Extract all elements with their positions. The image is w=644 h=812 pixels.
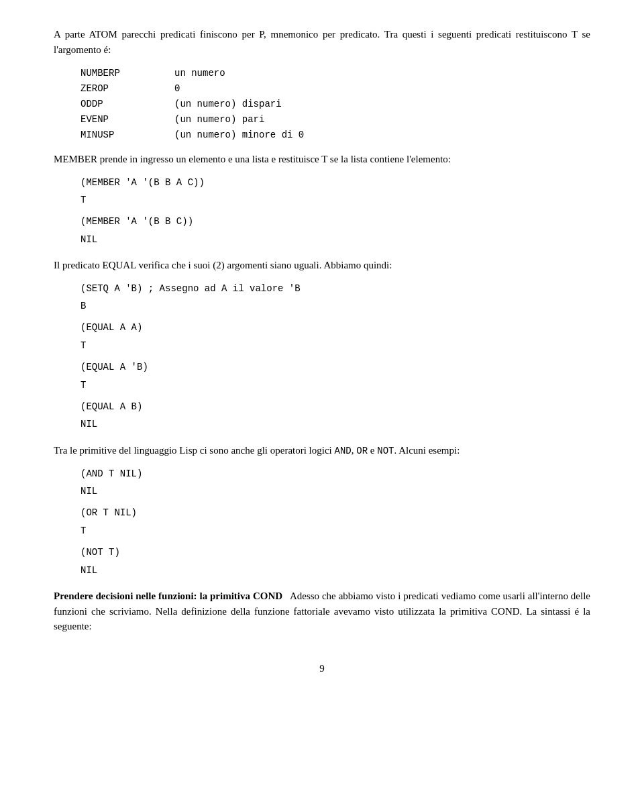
def-key-numberp: NUMBERP	[80, 66, 161, 81]
equal-result-2: T	[80, 378, 590, 393]
or-result: T	[80, 523, 590, 538]
intro-sentence: A parte ATOM parecchi predicati finiscon…	[54, 29, 380, 40]
cond-heading: Prendere decisioni nelle funzioni: la pr…	[54, 591, 282, 601]
logical-intro: Tra le primitive del linguaggio Lisp ci …	[54, 443, 590, 458]
equal-result-3: NIL	[80, 417, 590, 432]
logical-section: (AND T NIL) NIL (OR T NIL) T (NOT T) NIL	[54, 466, 590, 578]
equal-result-1: T	[80, 338, 590, 353]
equal-code-1: (EQUAL A A)	[80, 320, 590, 335]
member-code-2: (MEMBER 'A '(B B C))	[80, 214, 590, 229]
def-val-oddp: (un numero) dispari	[174, 97, 590, 111]
member-intro: MEMBER prende in ingresso un elemento e …	[54, 152, 590, 167]
page-content: A parte ATOM parecchi predicati finiscon…	[54, 27, 590, 676]
equal-code-3: (EQUAL A B)	[80, 399, 590, 414]
def-val-zerop: 0	[174, 82, 590, 96]
page-number: 9	[54, 661, 590, 676]
def-key-zerop: ZEROP	[80, 82, 161, 96]
def-key-oddp: ODDP	[80, 97, 161, 111]
not-code: (NOT T)	[80, 545, 590, 560]
or-code: (OR T NIL)	[80, 505, 590, 520]
setq-code: (SETQ A 'B) ; Assegno ad A il valore 'B	[80, 281, 590, 296]
equal-section: (SETQ A 'B) ; Assegno ad A il valore 'B …	[54, 281, 590, 432]
def-val-minusp: (un numero) minore di 0	[174, 128, 590, 142]
equal-code-2: (EQUAL A 'B)	[80, 360, 590, 374]
member-result-1: T	[80, 193, 590, 207]
member-examples: (MEMBER 'A '(B B A C)) T (MEMBER 'A '(B …	[54, 175, 590, 248]
member-result-2: NIL	[80, 232, 590, 247]
cond-paragraph: Prendere decisioni nelle funzioni: la pr…	[54, 589, 590, 634]
intro-paragraph: A parte ATOM parecchi predicati finiscon…	[54, 27, 590, 57]
setq-result: B	[80, 299, 590, 313]
def-val-evenp: (un numero) pari	[174, 113, 590, 127]
def-key-minusp: MINUSP	[80, 128, 161, 142]
equal-intro: Il predicato EQUAL verifica che i suoi (…	[54, 258, 590, 273]
definition-table: NUMBERP un numero ZEROP 0 ODDP (un numer…	[80, 66, 590, 142]
and-code: (AND T NIL)	[80, 466, 590, 481]
member-code-1: (MEMBER 'A '(B B A C))	[80, 175, 590, 190]
def-val-numberp: un numero	[174, 66, 590, 81]
and-result: NIL	[80, 484, 590, 499]
not-result: NIL	[80, 563, 590, 578]
def-key-evenp: EVENP	[80, 113, 161, 127]
